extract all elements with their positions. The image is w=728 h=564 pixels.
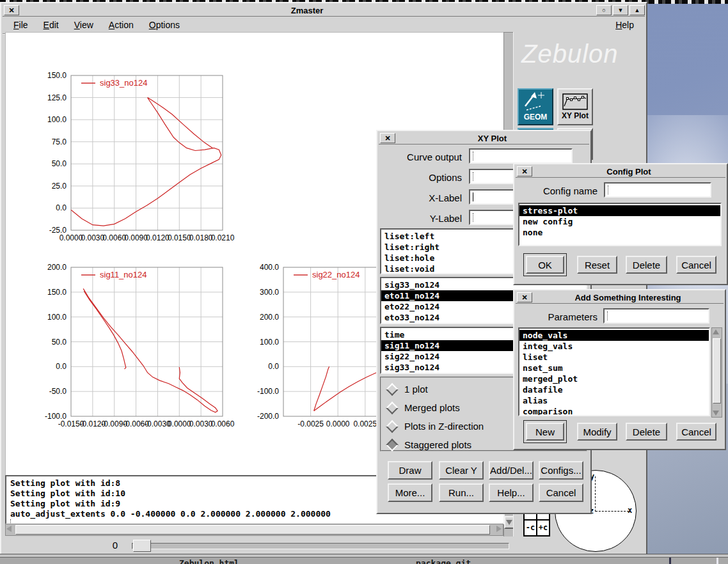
- list-item[interactable]: integ_vals: [519, 341, 709, 352]
- config-list[interactable]: stress-plot new config none: [518, 203, 722, 246]
- add-del-button[interactable]: Add/Del...: [489, 461, 534, 480]
- canvas-hscrollbar[interactable]: [5, 524, 503, 536]
- more-button[interactable]: More...: [388, 483, 432, 502]
- config-dialog-title: Config Plot: [532, 167, 725, 176]
- clear-y-button[interactable]: Clear Y: [439, 461, 484, 480]
- svg-text:0.0150: 0.0150: [168, 233, 191, 242]
- menu-help[interactable]: Help: [613, 19, 636, 31]
- svg-text:75.0: 75.0: [52, 137, 67, 146]
- svg-text:-25.0: -25.0: [49, 226, 67, 235]
- cancel-button[interactable]: Cancel: [539, 483, 583, 502]
- slider-groove[interactable]: [132, 543, 509, 549]
- menu-file[interactable]: File: [12, 19, 30, 31]
- list-item[interactable]: datafile: [519, 384, 709, 395]
- close-icon[interactable]: ✕: [517, 292, 532, 302]
- radio-staggered-plots[interactable]: Staggered plots: [388, 439, 471, 450]
- parameters-list[interactable]: node_vals integ_vals liset nset_sum merg…: [518, 327, 710, 416]
- list-item[interactable]: merged_plot: [519, 373, 709, 384]
- trackball-x-label: x: [628, 506, 632, 515]
- list-item[interactable]: new config: [519, 216, 720, 227]
- configs-button[interactable]: Configs...: [539, 461, 583, 480]
- taskbar-item[interactable]: Zebulon.html: [179, 558, 239, 564]
- scroll-down-button[interactable]: [713, 411, 719, 416]
- nav-c-plus[interactable]: +c: [537, 520, 550, 536]
- help-button[interactable]: Help...: [489, 483, 534, 502]
- radio-label: 1 plot: [404, 384, 428, 395]
- modify-button[interactable]: Modify: [577, 423, 617, 441]
- close-icon[interactable]: ✕: [517, 166, 532, 176]
- hscroll-right-button[interactable]: [496, 526, 502, 532]
- menu-edit[interactable]: Edit: [42, 19, 61, 31]
- xyplot-button[interactable]: XY Plot: [557, 88, 593, 125]
- ok-button[interactable]: OK: [526, 256, 564, 274]
- config-name-input[interactable]: [604, 182, 711, 198]
- radio-diamond-icon: [386, 420, 399, 433]
- menu-action[interactable]: Action: [107, 19, 136, 31]
- svg-text:-0.0025: -0.0025: [297, 419, 324, 428]
- options-label: Options: [390, 172, 462, 183]
- x-label-label: X-Label: [390, 192, 462, 203]
- radio-1-plot[interactable]: 1 plot: [388, 384, 428, 395]
- curve-output-input[interactable]: [469, 148, 573, 164]
- list-item-selected[interactable]: stress-plot: [519, 205, 720, 216]
- cancel-button[interactable]: Cancel: [676, 256, 716, 274]
- list-item[interactable]: alias: [519, 395, 709, 406]
- taskbar-separator: [669, 558, 671, 564]
- window-titlebar[interactable]: ✕ Zmaster ○ ▼ ▲: [3, 4, 645, 17]
- radio-label: Merged plots: [404, 402, 460, 413]
- svg-text:-100.0: -100.0: [45, 412, 67, 421]
- menu-view[interactable]: View: [72, 19, 95, 31]
- add-dialog-titlebar[interactable]: ✕ Add Something Interesting: [516, 292, 724, 304]
- add-dialog-title: Add Something Interesting: [532, 293, 724, 302]
- radio-merged-plots[interactable]: Merged plots: [388, 402, 460, 413]
- minimize-icon[interactable]: ▼: [613, 5, 628, 15]
- parameters-list-vscrollbar[interactable]: [711, 327, 722, 418]
- close-icon[interactable]: ✕: [380, 133, 395, 143]
- reset-button[interactable]: Reset: [577, 256, 617, 274]
- svg-text:0.0120: 0.0120: [146, 233, 170, 242]
- config-dialog-titlebar[interactable]: ✕ Config Plot: [516, 166, 725, 178]
- delete-button[interactable]: Delete: [626, 423, 667, 441]
- geom-button[interactable]: GEOM: [518, 88, 553, 125]
- svg-text:0.0000: 0.0000: [168, 419, 191, 428]
- svg-text:50.0: 50.0: [52, 159, 67, 168]
- radio-plots-z-direction[interactable]: Plots in Z-direction: [388, 421, 484, 432]
- delete-button[interactable]: Delete: [626, 256, 667, 274]
- geom-button-label: GEOM: [519, 113, 552, 121]
- svg-text:sig22_no124: sig22_no124: [312, 270, 360, 279]
- cancel-button[interactable]: Cancel: [676, 423, 716, 441]
- draw-button[interactable]: Draw: [388, 461, 432, 480]
- close-icon[interactable]: ✕: [4, 5, 19, 15]
- list-item[interactable]: liset: [519, 352, 709, 363]
- list-item[interactable]: none: [519, 227, 720, 238]
- scroll-up-button[interactable]: [713, 329, 719, 334]
- hscroll-thumb[interactable]: [15, 525, 490, 535]
- nav-c-minus[interactable]: -c: [524, 520, 537, 536]
- radio-label: Plots in Z-direction: [404, 421, 484, 432]
- taskbar-item[interactable]: package.git: [416, 558, 471, 564]
- svg-text:100.0: 100.0: [260, 338, 279, 347]
- run-button[interactable]: Run...: [439, 483, 484, 502]
- scroll-thumb[interactable]: [713, 338, 721, 403]
- new-button[interactable]: New: [526, 423, 564, 441]
- svg-text:-200.0: -200.0: [257, 412, 279, 421]
- slider-thumb[interactable]: [133, 540, 151, 552]
- y-label-label: Y-Label: [390, 213, 462, 224]
- list-item-selected[interactable]: node_vals: [519, 330, 709, 341]
- maximize-icon[interactable]: ▲: [629, 5, 645, 15]
- menu-options[interactable]: Options: [147, 19, 182, 31]
- svg-text:200.0: 200.0: [260, 313, 279, 322]
- radio-label: Staggered plots: [404, 439, 471, 450]
- svg-text:0.0025: 0.0025: [353, 419, 377, 428]
- trackball-y-axis: [595, 476, 596, 512]
- svg-text:150.0: 150.0: [47, 71, 67, 80]
- svg-text:300.0: 300.0: [260, 288, 279, 297]
- parameters-input[interactable]: [603, 308, 709, 324]
- config-plot-dialog: ✕ Config Plot Config name stress-plot ne…: [513, 163, 728, 285]
- svg-text:0.0060: 0.0060: [211, 419, 235, 428]
- hscroll-left-button[interactable]: [6, 526, 12, 532]
- list-item[interactable]: nset_sum: [519, 363, 709, 373]
- list-item[interactable]: comparison: [519, 406, 709, 416]
- xyplot-dialog-titlebar[interactable]: ✕ XY Plot: [379, 132, 589, 145]
- restore-icon[interactable]: ○: [596, 5, 612, 15]
